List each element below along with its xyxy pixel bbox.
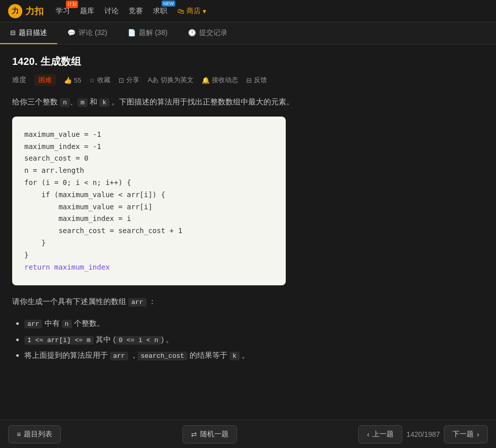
comment-icon: 💬 <box>67 29 75 36</box>
k-code: k <box>230 352 240 360</box>
code-line-3: search_cost = 0 <box>24 153 274 165</box>
difficulty-bar: 难度 困难 👍 55 ☆ 收藏 ⊡ 分享 Aあ 切换为英文 🔔 接收动态 ⊟ 反… <box>12 74 484 86</box>
notify-button[interactable]: 🔔 接收动态 <box>202 76 238 85</box>
property-list: arr 中有 n 个整数。 1 <= arr[i] <= m 其中 (0 <= … <box>24 316 484 362</box>
var-arr: arr <box>128 298 146 307</box>
problem-title: 1420. 生成数组 <box>12 55 484 68</box>
shuffle-icon: ⇄ <box>191 430 197 438</box>
share-icon: ⊡ <box>119 77 124 84</box>
description-icon: ⊟ <box>10 29 16 36</box>
bullet-2: 1 <= arr[i] <= m 其中 (0 <= i < n) 。 <box>24 332 484 346</box>
prev-button[interactable]: ‹ 上一题 <box>358 425 402 443</box>
bell-icon: 🔔 <box>202 77 210 84</box>
bottom-center: ⇄ 随机一题 <box>182 425 237 443</box>
clock-icon: 🕐 <box>188 29 196 36</box>
bullet-1: arr 中有 n 个整数。 <box>24 316 484 330</box>
code-line-12: return maximum_index <box>24 262 274 274</box>
translate-icon: Aあ <box>147 76 159 85</box>
star-icon: ☆ <box>89 77 95 84</box>
code-line-5: for (i = 0; i < n; i++) { <box>24 177 274 189</box>
code-line-10: } <box>24 237 274 249</box>
index-code: 0 <= i < n <box>116 336 161 345</box>
code-line-1: maximum_value = -1 <box>24 129 274 141</box>
tab-comments[interactable]: 💬 评论 (32) <box>57 22 118 44</box>
code-line-8: maximum_index = i <box>24 213 274 225</box>
jobs-badge: NEW <box>162 1 175 7</box>
store-icon: 🛍 <box>177 7 184 15</box>
code-line-4: n = arr.length <box>24 165 274 177</box>
nav-item-learn[interactable]: 学习 计划 <box>56 5 70 18</box>
page-info: 1420/1987 <box>406 430 440 438</box>
collect-button[interactable]: ☆ 收藏 <box>89 76 110 85</box>
tab-bar: ⊟ 题目描述 💬 评论 (32) 📄 题解 (38) 🕐 提交记录 <box>0 22 496 45</box>
var-k: k <box>99 98 109 107</box>
difficulty-label: 难度 <box>12 76 26 85</box>
arr-code-1: arr <box>24 320 42 328</box>
bullet-3: 将上面提到的算法应用于 arr ，search_cost 的结果等于 k 。 <box>24 348 484 362</box>
algorithm-code-block: maximum_value = -1 maximum_index = -1 se… <box>12 117 286 286</box>
list-icon: ≡ <box>17 430 21 438</box>
code-line-6: if (maximum_value < arr[i]) { <box>24 189 274 201</box>
var-n: n <box>60 98 70 107</box>
var-m: m <box>78 98 88 107</box>
logo-icon: 力 <box>8 4 22 18</box>
range-code: 1 <= arr[i] <= m <box>24 336 94 345</box>
problem-list-button[interactable]: ≡ 题目列表 <box>8 425 61 443</box>
nav-items: 学习 计划 题库 讨论 竞赛 求职 NEW 🛍 商店 ▾ <box>56 5 206 18</box>
feedback-button[interactable]: ⊟ 反馈 <box>246 76 267 85</box>
arr-code-2: arr <box>110 352 128 360</box>
next-button[interactable]: 下一题 › <box>444 425 488 443</box>
tab-solutions[interactable]: 📄 题解 (38) <box>118 22 178 44</box>
tab-description[interactable]: ⊟ 题目描述 <box>0 22 57 44</box>
bottom-bar: ≡ 题目列表 ⇄ 随机一题 ‹ 上一题 1420/1987 下一题 › <box>0 420 496 448</box>
code-line-7: maximum_value = arr[i] <box>24 201 274 213</box>
share-button[interactable]: ⊡ 分享 <box>119 76 139 85</box>
like-button[interactable]: 👍 55 <box>64 77 81 84</box>
logo-text: 力扣 <box>25 5 44 17</box>
problem-content: 1420. 生成数组 难度 困难 👍 55 ☆ 收藏 ⊡ 分享 Aあ 切换为英文… <box>0 45 496 420</box>
learn-badge: 计划 <box>66 1 78 8</box>
difficulty-value: 困难 <box>34 74 56 86</box>
random-problem-button[interactable]: ⇄ 随机一题 <box>182 425 237 443</box>
solution-icon: 📄 <box>128 29 136 36</box>
logo[interactable]: 力 力扣 <box>8 4 44 18</box>
nav-item-store[interactable]: 🛍 商店 ▾ <box>177 7 206 16</box>
n-code-1: n <box>62 320 72 328</box>
code-line-9: search_cost = search_cost + 1 <box>24 225 274 237</box>
chevron-left-icon: ‹ <box>367 430 369 438</box>
nav-item-problems[interactable]: 题库 <box>80 5 94 18</box>
chevron-down-icon: ▾ <box>203 7 206 15</box>
nav-item-discuss[interactable]: 讨论 <box>104 5 119 18</box>
nav-item-jobs[interactable]: 求职 NEW <box>153 5 167 18</box>
bottom-right: ‹ 上一题 1420/1987 下一题 › <box>358 425 488 443</box>
like-icon: 👍 <box>64 77 72 84</box>
code-line-2: maximum_index = -1 <box>24 141 274 153</box>
problem-description: 给你三个整数 n、m 和 k 。下图描述的算法用于找出正整数数组中最大的元素。 <box>12 96 484 108</box>
chevron-right-icon: › <box>477 430 479 438</box>
switch-lang-button[interactable]: Aあ 切换为英文 <box>147 76 194 85</box>
bottom-left: ≡ 题目列表 <box>8 425 61 443</box>
sc-code: search_cost <box>138 352 187 360</box>
feedback-icon: ⊟ <box>246 77 252 84</box>
code-line-11: } <box>24 249 274 262</box>
nav-item-contest[interactable]: 竞赛 <box>129 5 143 18</box>
arr-description: 请你生成一个具有下述属性的数组 arr ： <box>12 295 484 308</box>
tab-submissions[interactable]: 🕐 提交记录 <box>178 22 238 44</box>
top-navigation: 力 力扣 学习 计划 题库 讨论 竞赛 求职 NEW 🛍 商店 ▾ <box>0 0 496 22</box>
